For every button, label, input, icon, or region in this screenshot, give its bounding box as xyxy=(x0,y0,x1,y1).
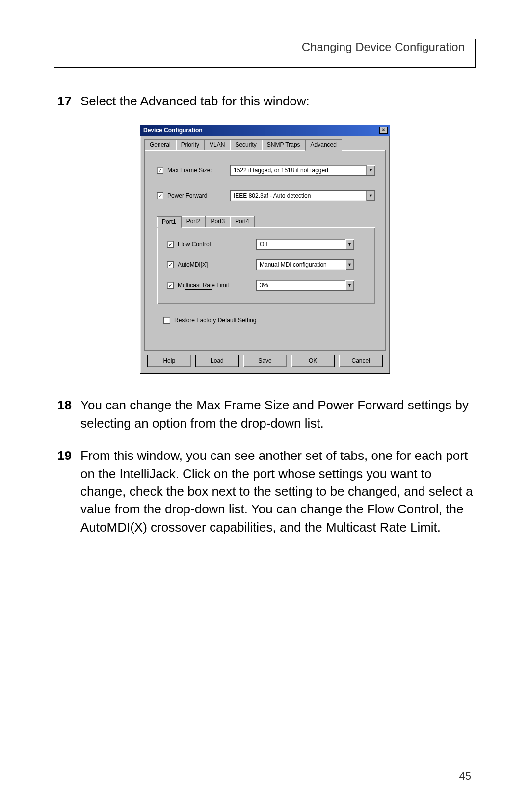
label-automdix: AutoMDI[X] xyxy=(178,261,256,268)
cancel-button[interactable]: Cancel xyxy=(339,355,383,367)
close-icon[interactable]: × xyxy=(379,127,388,134)
running-header-title: Changing Device Configuration xyxy=(302,40,472,53)
select-automdix[interactable]: Manual MDI configuration ▼ xyxy=(256,259,354,270)
dialog-title: Device Configuration xyxy=(143,127,203,134)
step-18: 18 You can change the Max Frame Size and… xyxy=(54,396,476,432)
dialog-titlebar[interactable]: Device Configuration × xyxy=(140,125,390,136)
running-header: Changing Device Configuration xyxy=(54,39,476,67)
select-value: IEEE 802.3af - Auto detection xyxy=(231,191,366,201)
main-tab-row: General Priority VLAN Security SNMP Trap… xyxy=(144,139,386,150)
row-power-forward: ✓ Power Forward IEEE 802.3af - Auto dete… xyxy=(157,190,375,201)
check-icon: ✓ xyxy=(158,193,162,199)
step-number: 19 xyxy=(54,447,72,536)
header-rule xyxy=(54,67,476,68)
check-icon: ✓ xyxy=(168,262,173,268)
chevron-down-icon: ▼ xyxy=(366,191,375,201)
dialog-button-row: Help Load Save OK Cancel xyxy=(144,351,386,369)
step-17: 17 Select the Advanced tab for this wind… xyxy=(54,92,476,110)
label-restore-defaults: Restore Factory Default Setting xyxy=(174,317,256,324)
step-number: 17 xyxy=(54,92,72,110)
tab-port4[interactable]: Port4 xyxy=(230,216,255,227)
port-panel: ✓ Flow Control Off ▼ ✓ AutoMDI[X] Manua xyxy=(157,227,375,304)
screenshot-wrapper: Device Configuration × General Priority … xyxy=(140,125,390,374)
select-value: 3% xyxy=(257,280,345,290)
tab-snmp-traps[interactable]: SNMP Traps xyxy=(262,139,306,150)
load-button[interactable]: Load xyxy=(195,355,239,367)
row-multicast: ✓ Multicast Rate Limit 3% ▼ xyxy=(167,280,365,291)
checkbox-max-frame-size[interactable]: ✓ xyxy=(157,167,163,174)
select-power-forward[interactable]: IEEE 802.3af - Auto detection ▼ xyxy=(230,190,375,201)
checkbox-power-forward[interactable]: ✓ xyxy=(157,192,163,199)
checkbox-flow-control[interactable]: ✓ xyxy=(167,241,174,248)
device-config-dialog: Device Configuration × General Priority … xyxy=(140,125,390,374)
tab-priority[interactable]: Priority xyxy=(176,139,205,150)
checkbox-restore-defaults[interactable] xyxy=(163,317,170,324)
chevron-down-icon: ▼ xyxy=(366,165,375,175)
select-value: Manual MDI configuration xyxy=(257,260,345,270)
check-icon: ✓ xyxy=(168,283,173,288)
label-power-forward: Power Forward xyxy=(167,192,230,199)
chevron-down-icon: ▼ xyxy=(345,260,354,270)
save-button[interactable]: Save xyxy=(243,355,287,367)
row-max-frame-size: ✓ Max Frame Size: 1522 if tagged, or 151… xyxy=(157,165,375,176)
step-19: 19 From this window, you can see another… xyxy=(54,447,476,536)
row-flow-control: ✓ Flow Control Off ▼ xyxy=(167,239,365,250)
label-flow-control: Flow Control xyxy=(178,241,256,248)
select-max-frame-size[interactable]: 1522 if tagged, or 1518 if not tagged ▼ xyxy=(230,165,375,176)
checkbox-automdix[interactable]: ✓ xyxy=(167,261,174,268)
tab-port2[interactable]: Port2 xyxy=(181,216,206,227)
check-icon: ✓ xyxy=(158,168,162,173)
select-multicast[interactable]: 3% ▼ xyxy=(256,280,354,291)
port-tab-row: Port1 Port2 Port3 Port4 xyxy=(157,216,375,227)
check-icon: ✓ xyxy=(168,242,173,247)
help-button[interactable]: Help xyxy=(147,355,191,367)
row-automdix: ✓ AutoMDI[X] Manual MDI configuration ▼ xyxy=(167,259,365,270)
label-max-frame-size: Max Frame Size: xyxy=(167,167,230,174)
step-text: You can change the Max Frame Size and Po… xyxy=(80,396,476,432)
tab-advanced[interactable]: Advanced xyxy=(305,139,342,151)
ok-button[interactable]: OK xyxy=(291,355,335,367)
page-number: 45 xyxy=(459,770,471,783)
chevron-down-icon: ▼ xyxy=(345,239,354,249)
step-text: From this window, you can see another se… xyxy=(80,447,476,536)
tab-general[interactable]: General xyxy=(144,139,176,150)
step-text: Select the Advanced tab for this window: xyxy=(80,92,476,110)
advanced-panel: ✓ Max Frame Size: 1522 if tagged, or 151… xyxy=(144,150,386,351)
step-number: 18 xyxy=(54,396,72,432)
tab-security[interactable]: Security xyxy=(230,139,262,150)
tab-port3[interactable]: Port3 xyxy=(205,216,230,227)
row-restore-defaults: Restore Factory Default Setting xyxy=(163,317,375,324)
tab-vlan[interactable]: VLAN xyxy=(204,139,230,150)
select-flow-control[interactable]: Off ▼ xyxy=(256,239,354,250)
select-value: Off xyxy=(257,239,345,249)
label-multicast: Multicast Rate Limit xyxy=(178,282,256,289)
tab-port1[interactable]: Port1 xyxy=(157,216,182,228)
checkbox-multicast[interactable]: ✓ xyxy=(167,282,174,289)
chevron-down-icon: ▼ xyxy=(345,280,354,290)
select-value: 1522 if tagged, or 1518 if not tagged xyxy=(231,165,366,175)
